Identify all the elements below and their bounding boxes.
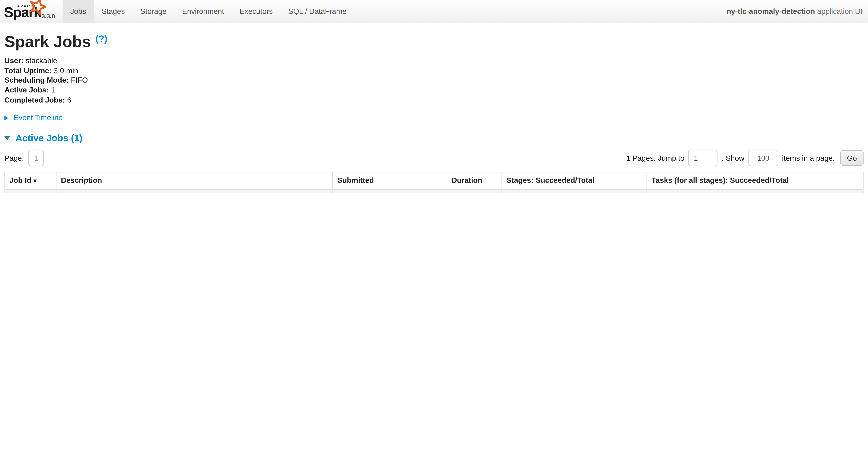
- application-title: ny-tlc-anomaly-detection application UI: [726, 0, 868, 23]
- items-text: items in a page.: [782, 154, 835, 162]
- column-header-stages[interactable]: Stages: Succeeded/Total: [502, 172, 647, 189]
- page-label: Page:: [4, 154, 24, 162]
- summary-user: User: stackable: [4, 56, 864, 66]
- spark-ui-page: APACHE Spark 3.3.0 Jobs Stages Storage E…: [0, 0, 868, 193]
- completed-jobs-label: Completed Jobs:: [4, 96, 65, 104]
- tab-environment[interactable]: Environment: [175, 0, 232, 23]
- job-summary: User: stackable Total Uptime: 3.0 min Sc…: [4, 56, 864, 105]
- active-jobs-heading[interactable]: Active Jobs (1): [4, 133, 864, 144]
- summary-completed-jobs: Completed Jobs: 6: [4, 95, 864, 105]
- duration-cell: 14 s: [447, 189, 502, 193]
- application-name: ny-tlc-anomaly-detection: [726, 7, 815, 16]
- page-title-text: Spark Jobs: [4, 33, 91, 51]
- collapse-arrow-right-icon: [4, 116, 8, 120]
- tab-stages[interactable]: Stages: [94, 0, 132, 23]
- column-header-submitted[interactable]: Submitted: [333, 172, 447, 189]
- active-jobs-count: 1: [51, 86, 55, 94]
- show-items-input[interactable]: [748, 150, 778, 166]
- stages-cell: 0/1: [502, 189, 647, 193]
- submitted-cell: 2022/11/07 11:10:20: [333, 189, 447, 193]
- summary-uptime: Total Uptime: 3.0 min: [4, 66, 864, 76]
- help-link[interactable]: (?): [95, 34, 107, 44]
- pagination-bar: Page: 1 Pages. Jump to . Show items in a…: [4, 150, 864, 166]
- column-header-description[interactable]: Description: [56, 172, 333, 189]
- active-jobs-link[interactable]: Active Jobs:: [4, 86, 49, 94]
- completed-jobs-count: 6: [67, 96, 71, 104]
- scheduling-mode-label: Scheduling Mode:: [4, 76, 69, 84]
- application-ui-suffix: application UI: [817, 7, 862, 16]
- column-header-tasks[interactable]: Tasks (for all stages): Succeeded/Total: [647, 172, 863, 189]
- description-cell: append at NativeMethodAccessorImpl.java:…: [56, 189, 333, 193]
- summary-active-jobs: Active Jobs: 1: [4, 85, 864, 95]
- column-header-job-id[interactable]: Job Id ▾: [5, 172, 56, 189]
- summary-scheduling-mode: Scheduling Mode: FIFO: [4, 76, 864, 85]
- active-jobs-label: Active Jobs:: [4, 86, 49, 94]
- page-input[interactable]: [28, 150, 44, 166]
- scheduling-mode-value: FIFO: [71, 76, 88, 84]
- user-label: User:: [4, 57, 24, 65]
- column-header-duration[interactable]: Duration: [447, 172, 502, 189]
- job-id-cell: 6: [5, 189, 56, 193]
- active-jobs-table: Job Id ▾ Description Submitted Duration …: [4, 172, 864, 193]
- jump-to-input[interactable]: [688, 150, 717, 166]
- show-text: . Show: [721, 154, 744, 162]
- tab-executors[interactable]: Executors: [232, 0, 281, 23]
- completed-jobs-link[interactable]: Completed Jobs:: [4, 96, 65, 104]
- user-value: stackable: [26, 57, 57, 65]
- tab-sql-dataframe[interactable]: SQL / DataFrame: [281, 0, 354, 23]
- nav-tabs: Jobs Stages Storage Environment Executor…: [63, 0, 354, 23]
- active-jobs-heading-text: Active Jobs (1): [16, 133, 83, 144]
- tab-jobs[interactable]: Jobs: [63, 0, 94, 23]
- page-title: Spark Jobs (?): [4, 33, 864, 51]
- pages-count-text: 1 Pages. Jump to: [626, 154, 684, 162]
- tab-storage[interactable]: Storage: [133, 0, 175, 23]
- event-timeline-toggle[interactable]: Event Timeline: [4, 114, 864, 122]
- pagination-controls: 1 Pages. Jump to . Show items in a page.…: [626, 150, 864, 166]
- go-button[interactable]: Go: [840, 150, 864, 166]
- navbar: APACHE Spark 3.3.0 Jobs Stages Storage E…: [0, 0, 868, 23]
- uptime-label: Total Uptime:: [4, 66, 52, 75]
- spark-version: 3.3.0: [41, 13, 55, 19]
- uptime-value: 3.0 min: [54, 66, 78, 75]
- event-timeline-link[interactable]: Event Timeline: [13, 114, 63, 122]
- active-jobs-header-row: Job Id ▾ Description Submitted Duration …: [5, 172, 863, 189]
- active-job-row: 6 append at NativeMethodAccessorImpl.jav…: [5, 189, 863, 193]
- collapse-arrow-down-icon: [4, 137, 10, 141]
- spark-logo: APACHE Spark 3.3.0: [0, 0, 58, 23]
- sort-desc-icon: ▾: [33, 178, 37, 184]
- tasks-cell: 15/19 (4 running): [647, 189, 863, 193]
